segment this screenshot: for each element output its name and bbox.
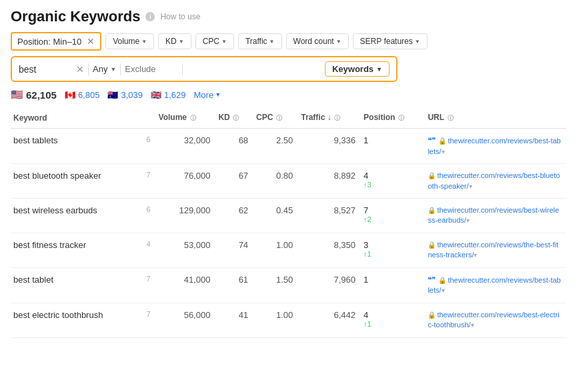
keyword-rest-0[interactable]: tablets	[30, 135, 58, 145]
keyword-bold-3[interactable]: best	[13, 240, 30, 250]
keywords-table: KeywordVolume ⓘKD ⓘCPC ⓘTraffic ↓ ⓘPosit…	[11, 107, 566, 338]
url-text-3[interactable]: thewirecutter.com/reviews/the-best-fitne…	[428, 241, 558, 259]
lock-icon-0: 🔒	[438, 137, 446, 145]
keyword-rest-1[interactable]: bluetooth speaker	[30, 171, 101, 181]
position-value-2: 7	[364, 205, 368, 215]
more-label: More	[194, 90, 214, 100]
volume-caret-icon: ▼	[141, 39, 147, 45]
wc-cell-4: 7	[140, 267, 156, 303]
any-label: Any	[93, 64, 107, 74]
flag-item-3[interactable]: 🇬🇧1,629	[151, 90, 186, 100]
keyword-rest-5[interactable]: electric toothbrush	[30, 310, 103, 320]
url-text-0[interactable]: thewirecutter.com/reviews/best-tablets/	[428, 137, 560, 155]
wc-cell-3: 4	[140, 233, 156, 267]
url-chevron-3[interactable]: ▾	[474, 251, 477, 259]
keyword-cell-4: best tablet	[11, 267, 140, 303]
flag-item-0[interactable]: 🇺🇸62,105	[11, 89, 57, 101]
search-input[interactable]	[19, 64, 72, 75]
keyword-rest-2[interactable]: wireless earbuds	[30, 205, 97, 215]
keyword-bold-2[interactable]: best	[13, 205, 30, 215]
position-value-0: 1	[364, 135, 368, 145]
search-bar: ✕ Any ▼ Keywords ▼	[11, 56, 398, 82]
flag-icon-2: 🇦🇺	[107, 90, 118, 100]
kd-cell-2: 62	[215, 198, 253, 233]
cpc-filter-btn[interactable]: CPC ▼	[195, 33, 234, 49]
position-filter-close[interactable]: ✕	[87, 36, 95, 47]
more-countries-btn[interactable]: More▼	[194, 90, 221, 100]
url-cell-5: 🔒thewirecutter.com/reviews/best-electric…	[425, 303, 566, 337]
kd-cell-3: 74	[215, 233, 253, 267]
table-row: best wireless earbuds6129,000620.458,527…	[11, 198, 566, 233]
kd-cell-1: 67	[215, 164, 253, 199]
serp-features-filter-btn[interactable]: SERP features ▼	[353, 33, 428, 49]
keyword-rest-3[interactable]: fitness tracker	[30, 240, 87, 250]
word-count-caret-icon: ▼	[336, 39, 342, 45]
flag-count-0: 62,105	[26, 89, 57, 101]
cpc-cell-4: 1.50	[253, 267, 298, 303]
col-header-4[interactable]: CPC ⓘ	[253, 107, 298, 129]
keywords-caret-icon: ▼	[376, 66, 382, 73]
url-text-1[interactable]: thewirecutter.com/reviews/best-bluetooth…	[428, 171, 560, 189]
table-row: best tablets632,000682.509,3361❝❞🔒thewir…	[11, 129, 566, 164]
keyword-bold-4[interactable]: best	[13, 275, 30, 285]
kd-cell-4: 61	[215, 267, 253, 303]
flag-icon-0: 🇺🇸	[11, 89, 23, 101]
url-chevron-5[interactable]: ▾	[471, 321, 474, 329]
kd-cell-5: 41	[215, 303, 253, 337]
table-row: best fitness tracker453,000741.008,3503 …	[11, 233, 566, 267]
keyword-cell-5: best electric toothbrush	[11, 303, 140, 337]
flag-count-3: 1,629	[164, 90, 186, 100]
traffic-caret-icon: ▼	[269, 39, 275, 45]
position-cell-3: 3 ↑1	[361, 233, 425, 267]
kd-filter-btn[interactable]: KD ▼	[158, 33, 191, 49]
position-value-3: 3	[364, 240, 368, 250]
volume-cell-4: 41,000	[156, 267, 216, 303]
keyword-cell-1: best bluetooth speaker	[11, 164, 140, 199]
col-header-7[interactable]: URL ⓘ	[425, 107, 566, 129]
flag-item-1[interactable]: 🇨🇦6,805	[65, 90, 100, 100]
lock-icon-5: 🔒	[428, 311, 436, 319]
keywords-dropdown[interactable]: Keywords ▼	[325, 61, 390, 77]
col-header-3[interactable]: KD ⓘ	[215, 107, 253, 129]
keyword-bold-5[interactable]: best	[13, 310, 30, 320]
url-chevron-2[interactable]: ▾	[466, 217, 470, 224]
volume-cell-0: 32,000	[156, 129, 216, 164]
how-to-use-link[interactable]: How to use	[160, 12, 200, 21]
volume-filter-btn[interactable]: Volume ▼	[105, 33, 154, 49]
keyword-rest-4[interactable]: tablet	[30, 275, 53, 285]
exclude-input[interactable]	[125, 64, 178, 74]
wc-cell-1: 7	[140, 164, 156, 199]
wc-cell-2: 6	[140, 198, 156, 233]
col-header-5[interactable]: Traffic ↓ ⓘ	[298, 107, 361, 129]
any-caret-icon: ▼	[110, 66, 116, 73]
keyword-bold-1[interactable]: best	[13, 171, 30, 181]
col-header-2[interactable]: Volume ⓘ	[156, 107, 216, 129]
kd-cell-0: 68	[215, 129, 253, 164]
position-cell-2: 7 ↑2	[361, 198, 425, 233]
pos-change-up-5: ↑1	[364, 320, 420, 328]
position-filter-pill[interactable]: Position: Min–10 ✕	[11, 32, 101, 51]
url-chevron-4[interactable]: ▾	[442, 287, 445, 294]
serp-icon-4: ❝❞	[428, 275, 436, 286]
traffic-cell-3: 8,350	[298, 233, 361, 267]
url-text-5[interactable]: thewirecutter.com/reviews/best-electric-…	[428, 311, 559, 329]
flag-icon-3: 🇬🇧	[151, 90, 161, 100]
col-header-6[interactable]: Position ⓘ	[361, 107, 425, 129]
traffic-filter-btn[interactable]: Traffic ▼	[238, 33, 282, 49]
word-count-filter-btn[interactable]: Word count ▼	[286, 33, 349, 49]
keyword-bold-0[interactable]: best	[13, 135, 30, 145]
traffic-filter-label: Traffic	[245, 37, 267, 46]
any-dropdown[interactable]: Any ▼	[93, 64, 116, 74]
url-text-2[interactable]: thewirecutter.com/reviews/best-wireless-…	[428, 206, 559, 224]
url-cell-0: ❝❞🔒thewirecutter.com/reviews/best-tablet…	[425, 129, 566, 164]
url-chevron-0[interactable]: ▾	[442, 148, 445, 155]
flag-item-2[interactable]: 🇦🇺3,039	[107, 90, 143, 100]
keywords-divider	[182, 63, 183, 75]
url-chevron-1[interactable]: ▾	[469, 183, 472, 190]
lock-icon-2: 🔒	[428, 207, 436, 214]
keyword-cell-0: best tablets	[11, 129, 140, 164]
search-clear-icon[interactable]: ✕	[76, 64, 84, 75]
table-section: KeywordVolume ⓘKD ⓘCPC ⓘTraffic ↓ ⓘPosit…	[11, 107, 566, 338]
url-text-4[interactable]: thewirecutter.com/reviews/best-tablets/	[428, 276, 560, 295]
url-cell-4: ❝❞🔒thewirecutter.com/reviews/best-tablet…	[425, 267, 566, 303]
